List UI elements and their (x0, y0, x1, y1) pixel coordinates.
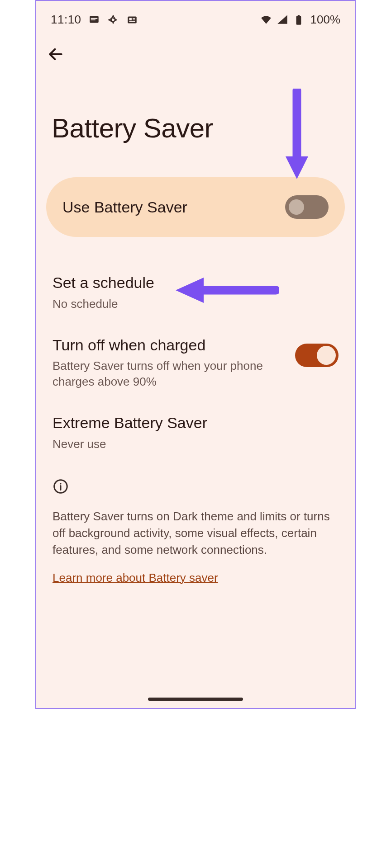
info-icon-row (52, 478, 339, 508)
turn-off-when-charged-row[interactable]: Turn off when charged Battery Saver turn… (52, 325, 339, 403)
settings-list: Set a schedule No schedule Turn off when… (36, 237, 355, 465)
svg-rect-1 (128, 16, 137, 23)
svg-rect-4 (297, 15, 299, 16)
toggle-knob (317, 346, 336, 365)
nav-handle[interactable] (148, 698, 243, 701)
extreme-title: Extreme Battery Saver (52, 413, 339, 433)
svg-point-6 (60, 483, 61, 484)
battery-percentage: 100% (310, 13, 341, 27)
info-text: Battery Saver turns on Dark theme and li… (52, 508, 339, 558)
page-title: Battery Saver (36, 66, 355, 162)
set-schedule-row[interactable]: Set a schedule No schedule (52, 262, 339, 325)
cell-signal-icon (276, 14, 289, 26)
toggle-knob (289, 199, 304, 215)
svg-rect-0 (90, 16, 99, 23)
set-schedule-subtitle: No schedule (52, 296, 339, 312)
turn-off-subtitle: Battery Saver turns off when your phone … (52, 358, 284, 390)
wifi-icon (260, 14, 272, 26)
arrow-left-icon (47, 46, 64, 63)
svg-rect-3 (296, 16, 301, 25)
extreme-battery-saver-row[interactable]: Extreme Battery Saver Never use (52, 402, 339, 465)
appbar (36, 30, 355, 66)
learn-more-link[interactable]: Learn more about Battery saver (52, 571, 218, 585)
use-battery-saver-row[interactable]: Use Battery Saver (46, 177, 345, 237)
messages-icon (88, 14, 100, 26)
status-right-group: 100% (260, 13, 341, 27)
screen: 11:10 100% (35, 0, 356, 709)
photos-icon (107, 14, 119, 26)
battery-icon (292, 14, 305, 26)
use-battery-saver-label: Use Battery Saver (62, 198, 187, 216)
status-bar: 11:10 100% (36, 1, 355, 30)
set-schedule-title: Set a schedule (52, 273, 339, 292)
turn-off-toggle[interactable] (295, 344, 339, 367)
status-time: 11:10 (51, 13, 81, 27)
use-battery-saver-toggle[interactable] (285, 195, 329, 219)
news-icon (126, 14, 138, 26)
status-left-group: 11:10 (51, 13, 138, 27)
back-button[interactable] (44, 43, 67, 66)
extreme-subtitle: Never use (52, 436, 339, 452)
info-block: Battery Saver turns on Dark theme and li… (36, 465, 355, 585)
info-icon (52, 478, 69, 495)
svg-rect-2 (129, 18, 131, 20)
turn-off-title: Turn off when charged (52, 335, 284, 355)
